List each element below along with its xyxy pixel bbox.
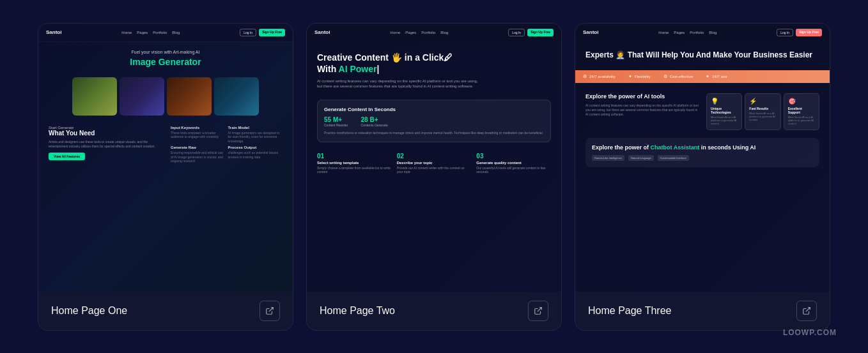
card-two-stat-2: 28 B+ Contents Generate	[361, 116, 388, 127]
card-two-step-1-title: Select writing template	[317, 161, 392, 165]
card-two-navbtns: Log In Sign Up Free	[508, 29, 554, 36]
card-three-chatbot-tags: Human-Like Intelligence Natural Language…	[592, 155, 813, 161]
card-two-stat-2-label: Contents Generate	[361, 123, 388, 127]
card-three-login-btn[interactable]: Log In	[777, 29, 793, 36]
card-two-nav-portfolio: Portfolio	[421, 31, 435, 34]
card-three-hero: Experts 🧑‍💼 That Will Help You And Make …	[575, 41, 830, 66]
card-two-step-3-desc: Our powerful AI tools will generate cont…	[476, 166, 551, 174]
card-two-step-3: 03 Generate quality content Our powerful…	[476, 153, 551, 174]
watermark: LOOWP.COM	[783, 328, 837, 337]
card-one-left: Start Generate What You Need Artists and…	[49, 126, 160, 163]
card-one-img3	[167, 77, 212, 116]
card-one-feature-4-desc: challenges such as potential biases pres…	[228, 151, 283, 159]
nav-link-portfolio: Portfolio	[153, 31, 167, 34]
card-two-navlinks: Home Pages Portfolio Blog	[390, 31, 448, 34]
card-one-logo: Santoi	[46, 29, 61, 35]
card-two-preview: Santoi Home Pages Portfolio Blog Log In …	[307, 24, 561, 292]
card-three-tag-2: Natural Language	[628, 155, 654, 161]
card-three-tool-1-desc: Meet Santoi AI as a AI platform to gener…	[711, 116, 738, 126]
card-three-ticker-2-text: Flexibility	[635, 75, 651, 79]
card-three-footer: Home Page Three	[575, 292, 830, 330]
card-three-tool-2-title: Fast Results	[749, 107, 776, 110]
card-one-navbar: Santoi Home Pages Portfolio Blog Log In …	[38, 24, 293, 42]
svg-line-2	[806, 307, 810, 311]
card-three-nav-blog: Blog	[709, 31, 717, 34]
card-two-logo: Santoi	[314, 29, 330, 35]
card-two-stat-1-label: Content Rewriter	[324, 123, 348, 127]
card-three-ticker-2-icon: ✦	[628, 74, 632, 79]
card-three-ticker-1-icon: ⚙	[583, 74, 587, 79]
card-three-signup-btn[interactable]: Sign Up Free	[796, 29, 822, 36]
card-two-login-btn[interactable]: Log In	[508, 29, 525, 36]
card-one-hero-sub: Fuel your vision with Art-making AI	[49, 50, 283, 54]
card-one-need-title: What You Need	[49, 130, 160, 137]
card-two-nav-home: Home	[390, 31, 400, 34]
card-one-signup-btn[interactable]: Sign Up Free	[259, 29, 285, 36]
card-two: Santoi Home Pages Portfolio Blog Log In …	[306, 23, 562, 331]
card-one-title: Home Page One	[51, 305, 127, 317]
card-one-preview: Santoi Home Pages Portfolio Blog Log In …	[38, 24, 293, 292]
nav-link-home: Home	[121, 31, 132, 34]
card-three-explore-desc: AI content writing features can vary dep…	[585, 103, 699, 117]
card-one-feature-4: Process Output challenges such as potent…	[228, 146, 283, 163]
card-two-stats-row: 55 M+ Content Rewriter 28 B+ Contents Ge…	[324, 116, 544, 127]
card-three-navbtns: Log In Sign Up Free	[777, 29, 822, 36]
card-one-footer: Home Page One	[38, 292, 293, 330]
card-three-ticker-2: ✦ Flexibility	[628, 74, 651, 79]
card-three-ticker-4-text: 24/7 ava	[712, 75, 727, 79]
card-one-external-link[interactable]	[260, 301, 280, 321]
card-one-img1	[72, 77, 117, 116]
card-two-footer: Home Page Two	[307, 292, 561, 330]
nav-link-pages: Pages	[137, 31, 148, 34]
card-three-ticker-1: ⚙ 24/7 availability	[583, 74, 616, 79]
card-three-tool-3-title: Excellent Support	[788, 107, 815, 114]
card-three-tool-3: 🎯 Excellent Support Meet Santoi AI as a …	[784, 93, 819, 130]
card-three-chatbot-title: Explore the power of Chatbot Assistant i…	[592, 144, 813, 152]
card-three-tag-1: Human-Like Intelligence	[592, 155, 624, 161]
card-one-img2	[120, 77, 164, 116]
card-three-tool-3-icon: 🎯	[788, 98, 815, 105]
card-three-tool-2-icon: ⚡	[749, 98, 776, 105]
card-three-tool-2: ⚡ Fast Results Meet Santoi AI as a AI pl…	[745, 93, 780, 130]
card-one-right: Input Keywords These tools empower a bro…	[171, 126, 283, 163]
card-two-signup-btn[interactable]: Sign Up Free	[527, 29, 554, 36]
card-two-steps: 01 Select writing template Simply choose…	[307, 147, 561, 179]
card-three-tool-1: 💡 Unique Technologies Meet Santoi AI as …	[706, 93, 742, 130]
card-three-ticker-3: ⚙ Cost-effective	[663, 74, 694, 79]
card-two-navbar: Santoi Home Pages Portfolio Blog Log In …	[307, 24, 561, 41]
card-two-title: Home Page Two	[320, 305, 395, 317]
card-three-chatbot: Explore the power of Chatbot Assistant i…	[585, 138, 819, 168]
card-three-explore: Explore the power of AI tools AI content…	[575, 88, 830, 135]
card-two-step-1-desc: Simply choose a template from available …	[317, 166, 392, 174]
card-three-tool-1-title: Unique Technologies	[711, 107, 738, 114]
card-three: Santoi Home Pages Portfolio Blog Log In …	[575, 23, 830, 331]
card-three-external-link[interactable]	[796, 301, 817, 321]
card-one-img4	[214, 77, 259, 116]
card-three-tool-1-icon: 💡	[711, 98, 738, 105]
card-two-step-2-title: Describe your topic	[397, 161, 472, 165]
card-three-nav-home: Home	[658, 31, 669, 34]
card-three-title: Home Page Three	[588, 305, 671, 317]
card-two-hero-line2-prefix: With	[317, 64, 339, 74]
card-three-nav-pages: Pages	[674, 31, 685, 34]
nav-link-blog: Blog	[172, 31, 180, 34]
card-three-tag-3: Customizable Interface	[658, 155, 689, 161]
card-one-login-btn[interactable]: Log In	[240, 29, 256, 36]
card-two-stat-2-num: 28 B+	[361, 116, 388, 123]
card-two-external-link[interactable]	[528, 301, 548, 321]
card-one-view-btn[interactable]: View All Features	[49, 153, 85, 160]
card-three-ticker-1-text: 24/7 availability	[589, 75, 616, 79]
card-one-navbtns: Log In Sign Up Free	[240, 29, 285, 36]
card-three-ticker-3-text: Cost-effective	[670, 75, 694, 79]
card-one-navlinks: Home Pages Portfolio Blog	[121, 31, 180, 34]
card-one-middle: Start Generate What You Need Artists and…	[38, 121, 293, 169]
card-two-gen-desc: Practice mindfulness or relaxation techn…	[324, 131, 544, 135]
card-three-explore-title: Explore the power of AI tools	[585, 93, 699, 101]
card-two-step-1: 01 Select writing template Simply choose…	[317, 153, 392, 174]
card-three-preview: Santoi Home Pages Portfolio Blog Log In …	[575, 24, 830, 292]
cards-container: Santoi Home Pages Portfolio Blog Log In …	[19, 10, 849, 343]
card-one-feature-3: Generate Raw Ensuring responsible and et…	[171, 146, 226, 163]
card-two-hero-desc: AI content writing features can vary dep…	[317, 79, 483, 89]
card-three-ticker-4: ✦ 24/7 ava	[706, 74, 727, 79]
svg-line-1	[538, 307, 541, 311]
